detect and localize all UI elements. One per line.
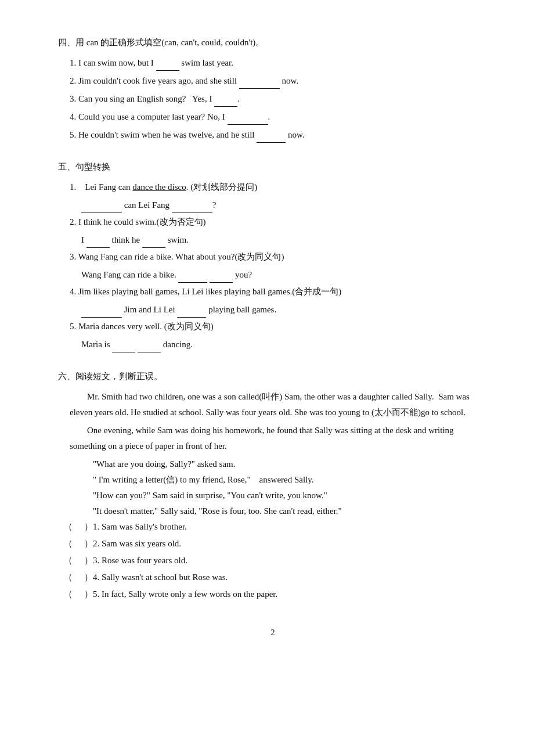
paren-1[interactable] — [73, 519, 84, 535]
five-item-5-main: 5. Maria dances very well. (改为同义句) — [70, 319, 488, 334]
blank-5-2a[interactable] — [86, 247, 110, 248]
five-item-5-sub: Maria is dancing. — [81, 337, 488, 352]
five-item-1-main: 1. Lei Fang can dance the disco. (对划线部分提… — [70, 179, 488, 195]
paren-5[interactable] — [73, 586, 84, 602]
blank-4-5[interactable] — [257, 142, 286, 143]
blank-4-1[interactable] — [156, 70, 179, 71]
paren-3[interactable] — [73, 553, 84, 568]
five-item-4-sub: Jim and Li Lei playing ball games. — [81, 302, 488, 318]
judge-item-4: （ ）4. Sally wasn't at school but Rose wa… — [64, 570, 488, 585]
passage-quote-3: "How can you?" Sam said in surprise, "Yo… — [93, 488, 488, 503]
passage-para-1: Mr. Smith had two children, one was a so… — [70, 389, 488, 420]
section-five-title: 五、句型转换 — [58, 159, 488, 175]
five-item-1-sub: can Lei Fang ? — [81, 197, 488, 213]
section-five: 五、句型转换 1. Lei Fang can dance the disco. … — [58, 159, 488, 352]
section-six-title: 六、阅读短文，判断正误。 — [58, 369, 488, 384]
passage-quote-4: "It doesn't matter," Sally said, "Rose i… — [93, 503, 488, 519]
blank-4-3[interactable] — [214, 106, 237, 107]
paren-4[interactable] — [73, 570, 84, 585]
paren-2[interactable] — [73, 536, 84, 552]
four-item-3: 3. Can you sing an English song? Yes, I … — [70, 91, 488, 107]
judge-item-5: （ ）5. In fact, Sally wrote only a few wo… — [64, 586, 488, 602]
four-item-2: 2. Jim couldn't cook five years ago, and… — [70, 73, 488, 89]
section-four: 四、用 can 的正确形式填空(can, can't, could, could… — [58, 35, 488, 143]
five-item-3-main: 3. Wang Fang can ride a bike. What about… — [70, 249, 488, 265]
blank-5-1a[interactable] — [81, 213, 122, 213]
blank-5-2b[interactable] — [142, 247, 165, 248]
judge-item-3: （ ）3. Rose was four years old. — [64, 553, 488, 568]
four-item-4: 4. Could you use a computer last year? N… — [70, 109, 488, 125]
judge-item-1: （ ）1. Sam was Sally's brother. — [64, 519, 488, 535]
blank-5-3b[interactable] — [210, 282, 233, 283]
section-six: 六、阅读短文，判断正误。 Mr. Smith had two children,… — [58, 369, 488, 602]
blank-5-5a[interactable] — [112, 352, 135, 352]
passage-para-2: One evening, while Sam was doing his hom… — [70, 423, 488, 454]
blank-4-2[interactable] — [239, 88, 280, 89]
blank-5-4b[interactable] — [177, 317, 206, 318]
five-item-2-main: 2. I think he could swim.(改为否定句) — [70, 214, 488, 230]
five-item-2-sub: I think he swim. — [81, 232, 488, 248]
five-item-4-main: 4. Jim likes playing ball games, Li Lei … — [70, 284, 488, 300]
blank-5-1b[interactable] — [172, 213, 212, 213]
passage-quote-2: " I'm writing a letter(信) to my friend, … — [93, 472, 488, 488]
five-item-3-sub: Wang Fang can ride a bike. you? — [81, 267, 488, 283]
four-item-5: 5. He couldn't swim when he was twelve, … — [70, 127, 488, 143]
judge-item-2: （ ）2. Sam was six years old. — [64, 536, 488, 552]
page-number: 2 — [58, 625, 488, 640]
passage-quote-1: "What are you doing, Sally?" asked sam. — [93, 456, 488, 472]
four-item-1: 1. I can swim now, but I swim last year. — [70, 55, 488, 71]
blank-5-5b[interactable] — [138, 352, 161, 352]
blank-5-4a[interactable] — [81, 317, 122, 318]
blank-4-4[interactable] — [228, 124, 268, 125]
underline-text-1: dance the disco — [132, 182, 186, 192]
section-four-title: 四、用 can 的正确形式填空(can, can't, could, could… — [58, 35, 488, 51]
blank-5-3a[interactable] — [178, 282, 207, 283]
